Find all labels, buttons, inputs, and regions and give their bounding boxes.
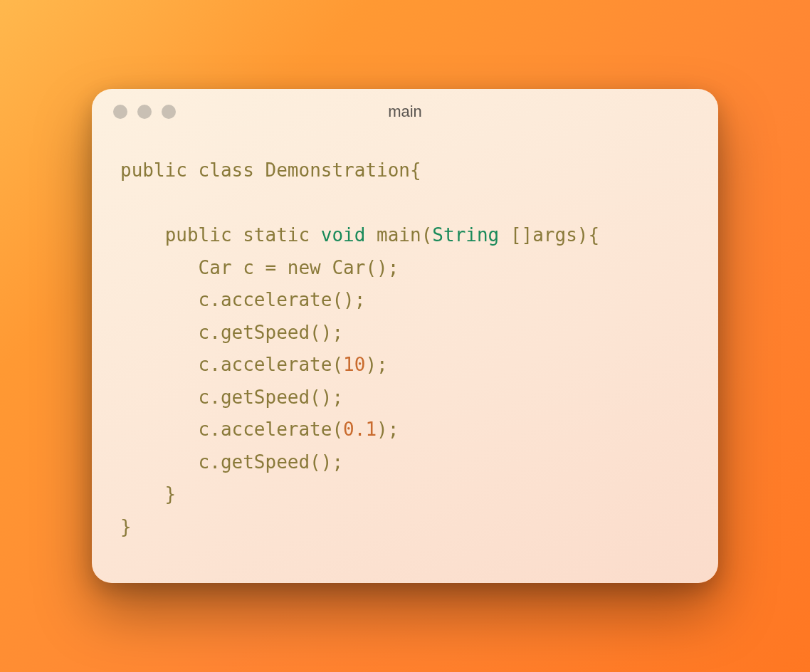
- code-token: public: [165, 224, 232, 246]
- close-dot-icon[interactable]: [113, 105, 127, 119]
- window-titlebar: main: [92, 89, 718, 126]
- code-token: 10: [343, 354, 365, 375]
- minimize-dot-icon[interactable]: [137, 105, 152, 119]
- traffic-lights: [113, 105, 176, 119]
- code-window: main public class Demonstration{ public …: [92, 89, 718, 583]
- maximize-dot-icon[interactable]: [162, 105, 176, 119]
- window-title: main: [92, 103, 718, 121]
- code-token: String: [432, 224, 499, 246]
- code-token: static: [243, 224, 310, 246]
- code-token: public: [120, 159, 187, 181]
- code-token: 0.1: [343, 419, 377, 440]
- code-token: class: [199, 159, 254, 181]
- code-token: void: [321, 224, 366, 246]
- code-content: public class Demonstration{ public stati…: [92, 126, 718, 583]
- code-token: new: [288, 257, 321, 278]
